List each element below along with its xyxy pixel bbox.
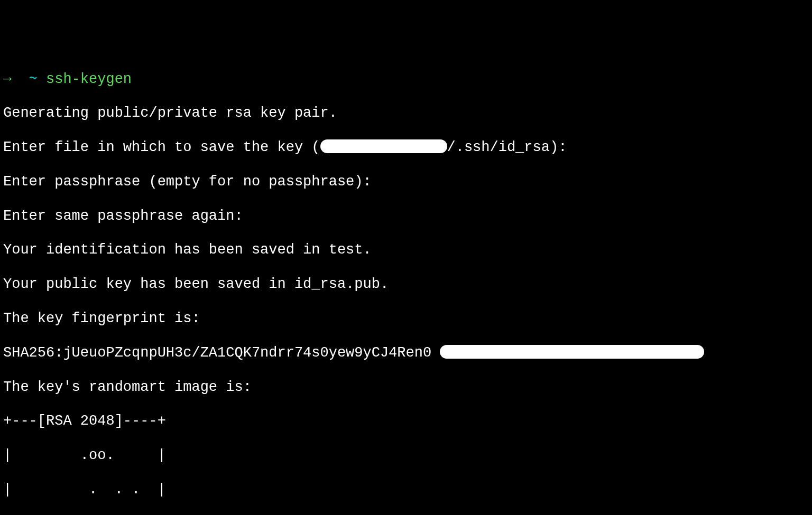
output-line: The key fingerprint is: (3, 310, 809, 327)
output-line: Your identification has been saved in te… (3, 241, 809, 258)
output-line: Generating public/private rsa key pair. (3, 105, 809, 121)
redaction-block (440, 345, 704, 359)
command-ssh-keygen: ssh-keygen (46, 71, 132, 87)
output-line: Enter same passphrase again: (3, 208, 809, 224)
output-line: SHA256:jUeuoPZcqnpUH3c/ZA1CQK7ndrr74s0ye… (3, 344, 809, 361)
prompt-cwd: ~ (29, 71, 46, 87)
output-line: Your public key has been saved in id_rsa… (3, 276, 809, 293)
output-line: Enter file in which to save the key (/.s… (3, 139, 809, 156)
randomart-line: | . . . | (3, 481, 809, 498)
fingerprint-text: SHA256:jUeuoPZcqnpUH3c/ZA1CQK7ndrr74s0ye… (3, 345, 440, 361)
prompt-line-1[interactable]: → ~ ssh-keygen (3, 71, 809, 88)
output-text: Enter file in which to save the key ( (3, 139, 320, 155)
randomart-line: | .oo. | (3, 447, 809, 464)
prompt-arrow-icon: → (3, 71, 29, 87)
output-line: The key's randomart image is: (3, 379, 809, 396)
redaction-block (320, 139, 447, 153)
randomart-line: +---[RSA 2048]----+ (3, 413, 809, 429)
output-text: /.ssh/id_rsa): (447, 139, 567, 155)
output-line: Enter passphrase (empty for no passphras… (3, 173, 809, 190)
